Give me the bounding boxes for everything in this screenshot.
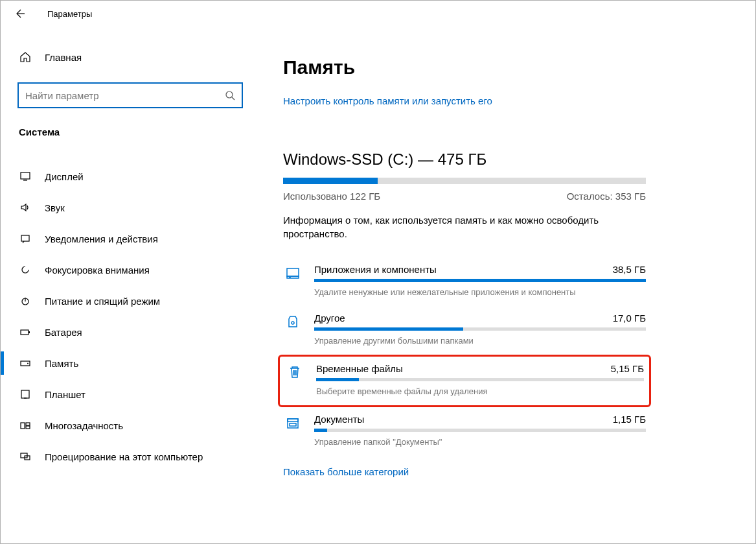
sidebar-item-power[interactable]: Питание и спящий режим — [17, 285, 243, 316]
sidebar-home-label: Главная — [45, 52, 82, 63]
disk-usage-fill — [283, 178, 378, 184]
category-bar — [314, 279, 646, 282]
category-bar — [314, 429, 646, 432]
nav-list: ДисплейЗвукУведомления и действияФокусир… — [17, 161, 243, 472]
sidebar-item-focus[interactable]: Фокусировка внимания — [17, 254, 243, 285]
search-input[interactable] — [25, 90, 225, 101]
battery-icon — [19, 326, 32, 338]
settings-window: Параметры Главная Система ДисплейЗвукУве… — [0, 0, 756, 544]
disk-usage-bar — [283, 178, 646, 184]
category-title: Другое — [314, 313, 345, 324]
tablet-icon — [19, 388, 32, 400]
docs-icon — [283, 414, 303, 447]
sidebar-item-sound[interactable]: Звук — [17, 192, 243, 223]
svg-rect-4 — [21, 330, 29, 335]
back-button[interactable] — [14, 8, 25, 19]
show-more-categories-link[interactable]: Показать больше категорий — [283, 466, 729, 477]
category-header: Другое17,0 ГБ — [314, 313, 646, 324]
sidebar-item-label: Фокусировка внимания — [45, 265, 150, 276]
apps-icon — [283, 264, 303, 297]
sidebar-item-multitask[interactable]: Многозадачность — [17, 410, 243, 441]
category-title: Документы — [314, 414, 364, 425]
category-bar — [316, 378, 644, 381]
sidebar: Главная Система ДисплейЗвукУведомления и… — [1, 27, 260, 543]
storage-icon — [19, 357, 32, 369]
sidebar-item-label: Звук — [45, 202, 65, 213]
arrow-left-icon — [14, 8, 25, 19]
sidebar-section-label: Система — [17, 126, 243, 137]
category-body: Документы1,15 ГБУправление папкой "Докум… — [314, 414, 646, 447]
body: Главная Система ДисплейЗвукУведомления и… — [1, 27, 755, 543]
category-title: Приложения и компоненты — [314, 264, 437, 275]
svg-rect-2 — [21, 235, 29, 241]
configure-storage-sense-link[interactable]: Настроить контроль памяти или запустить … — [283, 95, 729, 106]
trash-icon — [285, 363, 304, 396]
svg-rect-11 — [26, 426, 30, 429]
sidebar-item-battery[interactable]: Батарея — [17, 316, 243, 348]
svg-rect-19 — [288, 419, 298, 421]
category-size: 38,5 ГБ — [613, 264, 646, 275]
category-item-docs[interactable]: Документы1,15 ГБУправление папкой "Докум… — [283, 407, 646, 456]
category-body: Приложения и компоненты38,5 ГБУдалите не… — [314, 264, 646, 297]
category-bar-fill — [314, 327, 463, 331]
page-title: Память — [283, 56, 729, 78]
category-header: Приложения и компоненты38,5 ГБ — [314, 264, 646, 275]
category-subtitle: Управление папкой "Документы" — [314, 437, 646, 447]
svg-point-0 — [226, 91, 233, 98]
category-size: 5,15 ГБ — [611, 363, 644, 374]
svg-point-17 — [292, 322, 294, 324]
svg-rect-20 — [290, 423, 296, 426]
category-subtitle: Управление другими большими папками — [314, 336, 646, 346]
sidebar-item-label: Проецирование на этот компьютер — [45, 451, 203, 462]
svg-rect-8 — [21, 390, 29, 398]
category-bar-fill — [314, 279, 646, 282]
search-icon — [225, 90, 235, 101]
display-icon — [19, 171, 32, 182]
sidebar-item-tablet[interactable]: Планшет — [17, 379, 243, 410]
focus-icon — [19, 264, 32, 276]
sidebar-item-project[interactable]: Проецирование на этот компьютер — [17, 441, 243, 472]
category-list: Приложения и компоненты38,5 ГБУдалите не… — [283, 257, 646, 456]
disk-description: Информация о том, как используется памят… — [283, 213, 646, 241]
category-subtitle: Удалите ненужные или нежелательные прило… — [314, 287, 646, 297]
disk-name: Windows-SSD (C:) — 475 ГБ — [283, 150, 729, 169]
category-item-apps[interactable]: Приложения и компоненты38,5 ГБУдалите не… — [283, 257, 646, 306]
disk-used-text: Использовано 122 ГБ — [283, 191, 380, 202]
category-header: Документы1,15 ГБ — [314, 414, 646, 425]
sidebar-item-notifications[interactable]: Уведомления и действия — [17, 223, 243, 254]
sidebar-item-label: Планшет — [45, 389, 86, 400]
category-body: Другое17,0 ГБУправление другими большими… — [314, 313, 646, 346]
home-icon — [19, 51, 32, 63]
category-bar-fill — [314, 429, 327, 432]
disk-free-text: Осталось: 353 ГБ — [567, 191, 646, 202]
sidebar-item-label: Дисплей — [45, 171, 84, 182]
sidebar-home[interactable]: Главная — [17, 43, 243, 71]
titlebar: Параметры — [1, 1, 755, 27]
sidebar-item-label: Батарея — [45, 327, 82, 338]
sidebar-item-label: Питание и спящий режим — [45, 296, 160, 307]
content: Память Настроить контроль памяти или зап… — [260, 27, 755, 543]
sidebar-item-storage[interactable]: Память — [17, 348, 243, 379]
category-title: Временные файлы — [316, 363, 403, 374]
sound-icon — [19, 202, 32, 213]
category-item-other[interactable]: Другое17,0 ГБУправление другими большими… — [283, 306, 646, 355]
svg-rect-14 — [287, 268, 299, 276]
category-bar-fill — [316, 378, 359, 381]
category-size: 17,0 ГБ — [613, 313, 646, 324]
sidebar-item-label: Память — [45, 358, 78, 369]
sidebar-item-label: Многозадачность — [45, 420, 123, 431]
disk-stats: Использовано 122 ГБ Осталось: 353 ГБ — [283, 191, 646, 202]
category-body: Временные файлы5,15 ГБВыберите временные… — [316, 363, 644, 396]
category-header: Временные файлы5,15 ГБ — [316, 363, 644, 374]
search-box[interactable] — [17, 82, 243, 108]
window-title: Параметры — [47, 9, 92, 19]
category-size: 1,15 ГБ — [613, 414, 646, 425]
category-item-trash[interactable]: Временные файлы5,15 ГБВыберите временные… — [278, 355, 651, 407]
sidebar-item-display[interactable]: Дисплей — [17, 161, 243, 192]
svg-rect-1 — [21, 172, 30, 179]
svg-rect-5 — [29, 331, 30, 333]
sidebar-item-label: Уведомления и действия — [45, 233, 158, 244]
svg-rect-9 — [21, 423, 25, 429]
svg-rect-15 — [287, 276, 299, 278]
svg-point-7 — [27, 363, 29, 364]
